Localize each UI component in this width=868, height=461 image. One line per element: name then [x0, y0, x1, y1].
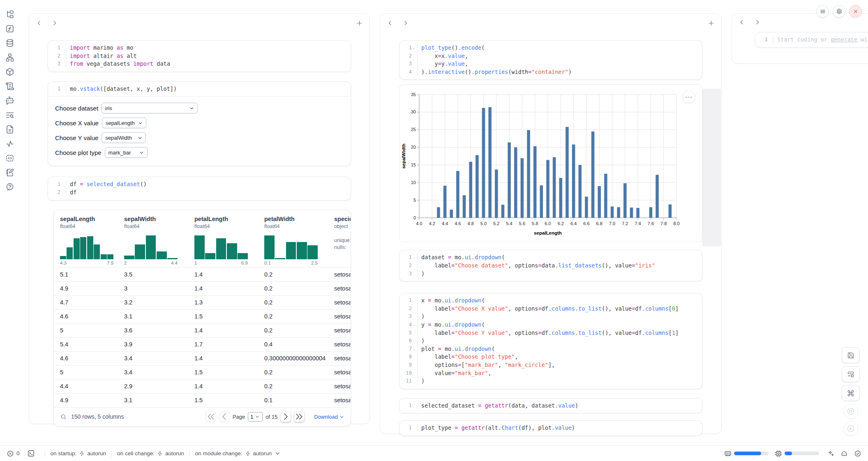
code-line[interactable]: 1plot_type = getattr(alt.Chart(df), plot… [399, 424, 702, 432]
code-line[interactable]: 7⌄plot = mo.ui.dropdown( [399, 345, 702, 353]
code-line[interactable]: 2df [48, 189, 351, 197]
code-line[interactable]: 2 label="Choose dataset", options=data.l… [399, 262, 702, 270]
code-line[interactable]: 1⌄x = mo.ui.dropdown( [399, 297, 702, 305]
fold-chevron-icon[interactable]: ⌄ [412, 44, 416, 52]
table-row[interactable]: 4.42.91.40.2setosa [54, 379, 351, 393]
list-search-icon[interactable] [5, 111, 14, 120]
cell-df[interactable]: 1df = selected_dataset()2df [48, 177, 351, 200]
code-line[interactable]: 1df = selected_dataset() [48, 180, 351, 189]
code-line[interactable]: 1⌄plot_type().encode( [399, 44, 702, 52]
plot-type-select[interactable]: mark_bar [105, 147, 148, 158]
cell-placeholder[interactable]: Start coding or generate with AI [773, 36, 868, 44]
on-module-change-setting[interactable]: on module change: autorun [195, 450, 281, 456]
package-icon[interactable] [5, 67, 14, 76]
settings-button[interactable] [833, 5, 845, 18]
column-header-petalLength[interactable]: petalLengthfloat64 [194, 216, 260, 229]
cell-selected-dataset[interactable]: 1selected_dataset = getattr(data, datase… [399, 398, 702, 414]
code-line[interactable]: 11) [399, 377, 702, 385]
chevron-left-icon[interactable] [387, 20, 393, 26]
code-line[interactable]: 6) [399, 337, 702, 345]
connection-status-icon[interactable] [854, 450, 861, 457]
column-header-petalWidth[interactable]: petalWidthfloat64 [264, 216, 330, 229]
x-value-select[interactable]: sepalLength [102, 118, 146, 128]
help-bubble-icon[interactable] [5, 182, 14, 191]
code-line[interactable]: 1mo.vstack([dataset, x, y, plot]) [48, 85, 351, 93]
ai-sparkles-button[interactable] [827, 450, 834, 457]
code-line[interactable]: 1selected_dataset = getattr(data, datase… [399, 402, 702, 410]
cell-plot-type-encode[interactable]: 1⌄plot_type().encode(2 x=x.value,3 y=y.v… [399, 40, 702, 80]
terminal-button[interactable] [27, 449, 35, 457]
y-value-select[interactable]: sepalWidth [102, 132, 146, 143]
first-page-button[interactable] [205, 411, 216, 422]
code-line[interactable]: 1⌄dataset = mo.ui.dropdown( [399, 254, 702, 262]
chevron-right-icon[interactable] [51, 20, 58, 26]
column-header-sepalLength[interactable]: sepalLengthfloat64 [60, 216, 126, 229]
table-row[interactable]: 5.13.51.40.2setosa [54, 267, 351, 281]
code-line[interactable]: 2import altair as alt [48, 52, 351, 60]
notebook-pen-icon[interactable] [5, 168, 14, 177]
last-page-button[interactable] [294, 411, 305, 422]
scroll-text-icon[interactable] [5, 82, 14, 91]
cell-vstack[interactable]: 1mo.vstack([dataset, x, y, plot]) Choose… [48, 81, 351, 166]
column-header-species[interactable]: speciesobject [334, 216, 351, 229]
next-page-button[interactable] [280, 411, 291, 422]
code-line[interactable]: 9 options=["mark_bar", "mark_circle"], [399, 361, 702, 369]
cell-dataset-dropdown[interactable]: 1⌄dataset = mo.ui.dropdown(2 label="Choo… [399, 250, 702, 281]
table-row[interactable]: 4.931.40.2setosa [54, 281, 351, 295]
table-row[interactable]: 5.43.91.70.4setosa [54, 337, 351, 351]
save-button[interactable] [842, 347, 860, 363]
on-cell-change-setting[interactable]: on cell change: autorun [117, 450, 184, 456]
search-icon[interactable] [60, 414, 67, 420]
menu-button[interactable] [816, 5, 829, 18]
stop-button[interactable] [843, 404, 858, 419]
fold-chevron-icon[interactable]: ⌄ [412, 254, 416, 262]
layout-button[interactable] [842, 366, 860, 382]
error-counter[interactable]: 0 [7, 450, 20, 457]
bar-chart[interactable]: 4.04.24.44.64.85.05.25.45.65.86.06.26.46… [399, 85, 702, 242]
cell-xy-plot-dropdowns[interactable]: 1⌄x = mo.ui.dropdown(2 label="Choose X v… [399, 293, 702, 389]
fold-chevron-icon[interactable]: ⌄ [412, 321, 416, 329]
table-row[interactable]: 53.41.50.2setosa [54, 365, 351, 379]
cell-imports[interactable]: 1import marimo as mo2import altair as al… [48, 40, 351, 72]
code-line[interactable]: 10 value="mark_bar", [399, 369, 702, 378]
table-row[interactable]: 4.93.11.50.1setosa [54, 393, 351, 407]
chevron-right-icon[interactable] [754, 19, 761, 25]
table-row[interactable]: 4.73.21.30.2setosa [54, 295, 351, 309]
function-square-icon[interactable] [5, 24, 14, 33]
code-line[interactable]: 2 label="Choose X value", options=df.col… [399, 305, 702, 313]
code-line[interactable]: 8 label="Choose plot type", [399, 353, 702, 361]
database-icon[interactable] [5, 39, 14, 48]
run-button[interactable] [843, 421, 858, 436]
add-cell-button[interactable] [708, 20, 715, 27]
on-startup-setting[interactable]: on startup: autorun [51, 450, 106, 456]
code-line[interactable]: 3from vega_datasets import data [48, 60, 351, 68]
empty-cell[interactable]: 1 Start coding or generate with AI [755, 32, 868, 48]
bot-icon[interactable] [5, 96, 14, 105]
file-tree-icon[interactable] [5, 10, 14, 19]
column-header-sepalWidth[interactable]: sepalWidthfloat64 [124, 216, 190, 229]
add-cell-button[interactable] [356, 20, 363, 27]
table-row[interactable]: 53.61.40.2setosa [54, 323, 351, 337]
prev-page-button[interactable] [219, 411, 230, 422]
generate-link[interactable]: generate [831, 36, 857, 43]
network-icon[interactable] [5, 53, 14, 62]
code-line[interactable]: 3) [399, 270, 702, 278]
code-line[interactable]: 3) [399, 313, 702, 321]
chevron-left-icon[interactable] [739, 19, 745, 25]
keyboard-shortcuts-button[interactable] [842, 385, 860, 401]
code-dashed-icon[interactable] [5, 154, 14, 163]
chevron-right-icon[interactable] [402, 20, 409, 26]
code-line[interactable]: 4⌄y = mo.ui.dropdown( [399, 321, 702, 329]
dataset-select[interactable]: iris [102, 103, 198, 113]
file-text-icon[interactable] [5, 125, 14, 134]
activity-icon[interactable] [5, 139, 14, 148]
chevron-left-icon[interactable] [36, 20, 42, 26]
table-row[interactable]: 4.63.41.40.30000000000000004setosa [54, 351, 351, 365]
code-line[interactable]: 2 x=x.value, [399, 52, 702, 60]
code-line[interactable]: 4).interactive().properties(width="conta… [399, 68, 702, 76]
copilot-button[interactable] [840, 450, 848, 457]
fold-chevron-icon[interactable]: ⌄ [412, 345, 416, 353]
table-row[interactable]: 4.63.11.50.2setosa [54, 309, 351, 323]
fold-chevron-icon[interactable]: ⌄ [412, 297, 416, 305]
code-line[interactable]: 1import marimo as mo [48, 44, 351, 52]
